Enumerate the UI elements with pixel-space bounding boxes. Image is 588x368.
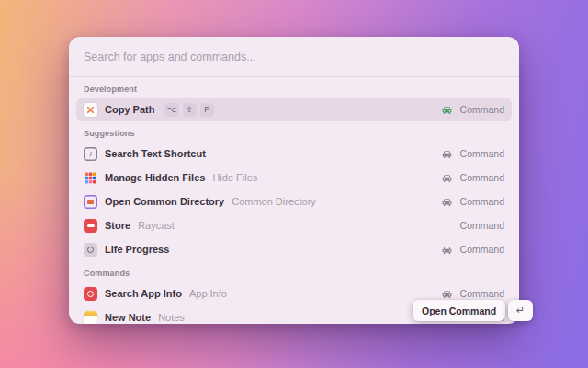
life-progress-icon (84, 243, 97, 257)
item-type-label: Command (460, 172, 504, 183)
list-item-life-progress[interactable]: Life ProgressCommand (76, 237, 512, 261)
car-gray-icon (441, 148, 453, 160)
item-subtitle: Notes (158, 312, 185, 323)
results-list: DevelopmentCopy Path⌥⇧PCommandSuggestion… (69, 77, 519, 324)
search-bar (69, 37, 519, 77)
mosaic-icon (84, 171, 97, 185)
section-header-suggestions: Suggestions (76, 121, 512, 142)
list-item-store[interactable]: StoreRaycastCommand (76, 213, 512, 237)
item-title: New Note (105, 312, 151, 323)
enter-key-glyph: ↵ (516, 305, 525, 316)
item-title: Search App Info (105, 288, 182, 299)
search-input[interactable] (84, 51, 504, 63)
car-green-icon (441, 104, 453, 116)
item-title: Life Progress (105, 244, 169, 255)
item-type-label: Command (460, 148, 504, 159)
launcher-window: DevelopmentCopy Path⌥⇧PCommandSuggestion… (69, 37, 519, 324)
directory-icon (84, 195, 97, 209)
new-note-icon (84, 311, 97, 325)
enter-key-icon: ↵ (508, 300, 533, 321)
text-shortcut-icon: / (84, 147, 97, 161)
section-header-development: Development (76, 77, 512, 98)
key-cap: ⌥ (164, 103, 178, 117)
item-type-label: Command (460, 196, 504, 207)
item-title: Open Common Directory (105, 196, 224, 207)
copy-path-icon (84, 103, 97, 117)
car-gray-icon (441, 244, 453, 256)
car-gray-icon (441, 196, 453, 208)
item-title: Copy Path (105, 104, 154, 115)
item-type-label: Command (460, 244, 504, 255)
open-command-label: Open Command (422, 305, 496, 316)
open-command-hint: Open Command ↵ (413, 300, 533, 321)
item-subtitle: Raycast (138, 220, 175, 231)
item-title: Manage Hidden Files (105, 172, 205, 183)
section-header-commands: Commands (76, 261, 512, 282)
list-item-search-text-shortcut[interactable]: /Search Text ShortcutCommand (76, 142, 512, 166)
key-cap: P (200, 103, 214, 117)
list-item-manage-hidden-files[interactable]: Manage Hidden FilesHide FilesCommand (76, 166, 512, 190)
item-type-label: Command (460, 288, 504, 299)
car-gray-icon (441, 172, 453, 184)
shortcut-keys: ⌥⇧P (164, 103, 213, 117)
item-subtitle: App Info (189, 288, 227, 299)
list-item-open-common-directory[interactable]: Open Common DirectoryCommon DirectoryCom… (76, 190, 512, 213)
item-type-label: Command (460, 104, 504, 115)
app-info-icon (84, 287, 97, 301)
store-icon (84, 219, 97, 233)
item-title: Search Text Shortcut (105, 148, 206, 159)
item-type-label: Command (460, 220, 504, 231)
list-item-copy-path[interactable]: Copy Path⌥⇧PCommand (76, 98, 512, 121)
key-cap: ⇧ (183, 103, 197, 117)
open-command-button[interactable]: Open Command (413, 300, 505, 321)
item-subtitle: Hide Files (212, 172, 257, 183)
item-title: Store (105, 220, 130, 231)
car-gray-icon (441, 288, 453, 300)
desktop-background: DevelopmentCopy Path⌥⇧PCommandSuggestion… (0, 0, 588, 368)
item-subtitle: Common Directory (232, 196, 316, 207)
